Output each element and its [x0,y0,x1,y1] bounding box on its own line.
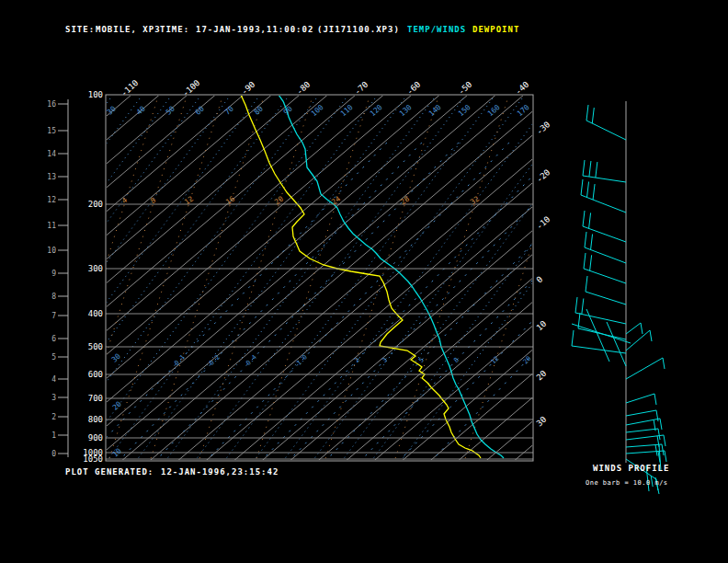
svg-text:0.2: 0.2 [208,353,222,367]
svg-text:130: 130 [398,103,414,118]
svg-text:30: 30 [535,415,549,429]
svg-text:3: 3 [51,394,56,402]
svg-text:12: 12 [490,355,501,366]
svg-text:140: 140 [427,103,443,118]
svg-text:200: 200 [88,200,103,209]
svg-text:0.1: 0.1 [173,353,187,367]
svg-text:900: 900 [88,433,103,442]
svg-text:20: 20 [535,369,549,383]
svg-text:90: 90 [282,104,294,116]
svg-text:-50: -50 [457,80,474,97]
svg-text:1.0: 1.0 [295,353,309,367]
svg-text:2: 2 [51,413,56,421]
generated-value: 12-JAN-1996,23:15:42 [161,467,279,477]
svg-text:7: 7 [51,312,56,320]
winds-scale-note: One barb = 10.0 m/s [586,479,668,487]
svg-text:-20: -20 [535,167,552,184]
svg-text:20: 20 [111,399,123,411]
svg-text:70: 70 [223,104,235,116]
svg-text:8: 8 [149,196,157,205]
svg-text:-30: -30 [535,120,552,136]
svg-text:-60: -60 [405,80,423,97]
svg-text:20: 20 [522,355,533,366]
svg-text:-80: -80 [295,80,313,97]
svg-text:12: 12 [47,196,56,204]
skewt-sounding-screen: { "header": { "site_label": "SITE:", "si… [0,0,728,563]
svg-text:9: 9 [51,270,56,278]
svg-text:-10: -10 [535,214,552,231]
svg-text:300: 300 [88,264,103,273]
svg-text:40: 40 [135,104,147,116]
svg-text:400: 400 [88,309,103,318]
generated-label: PLOT GENERATED: [65,467,154,477]
svg-text:15: 15 [47,127,56,135]
svg-text:8: 8 [51,293,56,301]
svg-text:700: 700 [88,394,103,403]
svg-text:100: 100 [310,103,325,118]
svg-text:150: 150 [457,103,472,118]
svg-text:10: 10 [111,446,123,458]
svg-text:3: 3 [381,356,389,364]
svg-text:-90: -90 [240,80,257,97]
svg-text:16: 16 [47,100,56,109]
svg-text:4: 4 [120,196,129,205]
svg-text:8: 8 [452,356,461,364]
svg-text:10: 10 [535,319,549,333]
svg-text:30: 30 [110,351,122,363]
svg-text:80: 80 [253,104,265,116]
svg-text:500: 500 [88,342,103,351]
svg-text:-70: -70 [353,80,370,97]
svg-text:0.4: 0.4 [245,353,258,367]
svg-text:6: 6 [51,335,56,343]
svg-text:110: 110 [339,103,355,118]
svg-text:5: 5 [417,356,426,364]
svg-text:60: 60 [194,104,206,116]
svg-text:11: 11 [47,222,56,230]
svg-text:800: 800 [88,415,103,424]
svg-text:-40: -40 [514,80,531,97]
svg-text:100: 100 [88,90,103,99]
svg-text:14: 14 [47,150,56,158]
svg-text:5: 5 [51,353,56,362]
svg-text:4: 4 [51,375,56,384]
svg-text:1050: 1050 [83,454,103,464]
svg-text:10: 10 [47,247,56,255]
svg-text:0: 0 [535,274,545,284]
winds-profile-title: WINDS PROFILE [593,464,669,473]
svg-text:170: 170 [516,103,531,118]
svg-text:13: 13 [47,173,56,181]
svg-text:1: 1 [51,431,56,440]
svg-text:0: 0 [51,450,56,458]
svg-text:600: 600 [88,370,103,379]
